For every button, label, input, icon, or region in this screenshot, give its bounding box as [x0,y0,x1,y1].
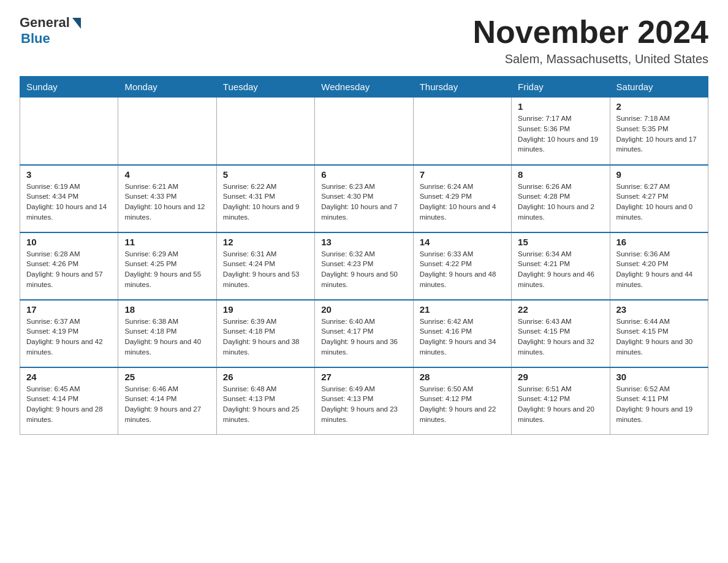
calendar-cell: 12Sunrise: 6:31 AMSunset: 4:24 PMDayligh… [216,232,314,300]
day-sun-info: Sunrise: 6:21 AMSunset: 4:33 PMDaylight:… [124,182,210,223]
day-number: 11 [124,237,210,247]
day-sun-info: Sunrise: 6:49 AMSunset: 4:13 PMDaylight:… [321,384,406,425]
day-number: 28 [420,372,505,382]
day-number: 16 [616,237,702,247]
calendar-cell: 17Sunrise: 6:37 AMSunset: 4:19 PMDayligh… [20,300,118,367]
calendar-table: SundayMondayTuesdayWednesdayThursdayFrid… [20,76,708,435]
day-number: 30 [616,372,702,382]
day-sun-info: Sunrise: 6:33 AMSunset: 4:22 PMDaylight:… [420,249,505,290]
day-number: 26 [223,372,308,382]
calendar-cell: 1Sunrise: 7:17 AMSunset: 5:36 PMDaylight… [512,98,610,165]
day-sun-info: Sunrise: 6:38 AMSunset: 4:18 PMDaylight:… [124,316,210,358]
day-sun-info: Sunrise: 6:43 AMSunset: 4:15 PMDaylight:… [518,316,603,358]
logo-arrow-icon [72,18,81,29]
day-number: 24 [26,372,112,382]
calendar-cell: 8Sunrise: 6:26 AMSunset: 4:28 PMDaylight… [512,165,610,232]
weekday-header-friday: Friday [512,77,610,98]
calendar-cell: 3Sunrise: 6:19 AMSunset: 4:34 PMDaylight… [20,165,118,232]
day-sun-info: Sunrise: 6:27 AMSunset: 4:27 PMDaylight:… [616,182,702,223]
weekday-header-saturday: Saturday [610,77,708,98]
day-sun-info: Sunrise: 6:22 AMSunset: 4:31 PMDaylight:… [223,182,308,223]
day-number: 3 [26,169,112,180]
weekday-header-tuesday: Tuesday [216,77,314,98]
calendar-cell [315,98,413,165]
day-number: 15 [518,237,603,247]
calendar-cell: 16Sunrise: 6:36 AMSunset: 4:20 PMDayligh… [610,232,708,300]
day-sun-info: Sunrise: 6:28 AMSunset: 4:26 PMDaylight:… [26,249,112,290]
day-number: 23 [616,304,702,315]
day-sun-info: Sunrise: 6:52 AMSunset: 4:11 PMDaylight:… [616,384,702,425]
day-number: 25 [124,372,210,382]
day-sun-info: Sunrise: 6:26 AMSunset: 4:28 PMDaylight:… [518,182,603,223]
day-number: 17 [26,304,112,315]
day-sun-info: Sunrise: 6:39 AMSunset: 4:18 PMDaylight:… [223,316,308,358]
day-number: 8 [518,169,603,180]
page-header: General Blue November 2024 Salem, Massac… [20,15,708,66]
day-number: 27 [321,372,406,382]
day-sun-info: Sunrise: 6:45 AMSunset: 4:14 PMDaylight:… [26,384,112,425]
day-sun-info: Sunrise: 6:36 AMSunset: 4:20 PMDaylight:… [616,249,702,290]
logo-general-text: General [20,15,70,31]
day-sun-info: Sunrise: 6:40 AMSunset: 4:17 PMDaylight:… [321,316,406,358]
month-title: November 2024 [473,15,708,50]
calendar-cell: 21Sunrise: 6:42 AMSunset: 4:16 PMDayligh… [413,300,511,367]
day-number: 12 [223,237,308,247]
calendar-cell: 20Sunrise: 6:40 AMSunset: 4:17 PMDayligh… [315,300,413,367]
calendar-cell: 6Sunrise: 6:23 AMSunset: 4:30 PMDaylight… [315,165,413,232]
weekday-header-sunday: Sunday [20,77,118,98]
calendar-cell: 14Sunrise: 6:33 AMSunset: 4:22 PMDayligh… [413,232,511,300]
day-number: 4 [124,169,210,180]
weekday-header-wednesday: Wednesday [315,77,413,98]
day-number: 18 [124,304,210,315]
calendar-cell: 23Sunrise: 6:44 AMSunset: 4:15 PMDayligh… [610,300,708,367]
calendar-week-row: 3Sunrise: 6:19 AMSunset: 4:34 PMDaylight… [20,165,708,232]
calendar-cell [20,98,118,165]
day-sun-info: Sunrise: 6:34 AMSunset: 4:21 PMDaylight:… [518,249,603,290]
day-number: 29 [518,372,603,382]
calendar-cell: 26Sunrise: 6:48 AMSunset: 4:13 PMDayligh… [216,367,314,435]
day-sun-info: Sunrise: 6:19 AMSunset: 4:34 PMDaylight:… [26,182,112,223]
calendar-cell: 9Sunrise: 6:27 AMSunset: 4:27 PMDaylight… [610,165,708,232]
calendar-cell: 29Sunrise: 6:51 AMSunset: 4:12 PMDayligh… [512,367,610,435]
day-sun-info: Sunrise: 6:48 AMSunset: 4:13 PMDaylight:… [223,384,308,425]
calendar-week-row: 10Sunrise: 6:28 AMSunset: 4:26 PMDayligh… [20,232,708,300]
day-number: 6 [321,169,406,180]
day-number: 21 [420,304,505,315]
day-number: 1 [518,101,603,112]
day-number: 9 [616,169,702,180]
day-number: 14 [420,237,505,247]
location-subtitle: Salem, Massachusetts, United States [473,52,708,66]
day-number: 7 [420,169,505,180]
calendar-cell [413,98,511,165]
calendar-cell: 28Sunrise: 6:50 AMSunset: 4:12 PMDayligh… [413,367,511,435]
day-sun-info: Sunrise: 6:29 AMSunset: 4:25 PMDaylight:… [124,249,210,290]
day-sun-info: Sunrise: 6:50 AMSunset: 4:12 PMDaylight:… [420,384,505,425]
weekday-header-row: SundayMondayTuesdayWednesdayThursdayFrid… [20,77,708,98]
logo-blue-text: Blue [21,31,50,47]
calendar-cell [118,98,216,165]
day-number: 22 [518,304,603,315]
calendar-cell: 2Sunrise: 7:18 AMSunset: 5:35 PMDaylight… [610,98,708,165]
calendar-cell: 27Sunrise: 6:49 AMSunset: 4:13 PMDayligh… [315,367,413,435]
calendar-cell: 10Sunrise: 6:28 AMSunset: 4:26 PMDayligh… [20,232,118,300]
calendar-week-row: 17Sunrise: 6:37 AMSunset: 4:19 PMDayligh… [20,300,708,367]
day-number: 5 [223,169,308,180]
weekday-header-thursday: Thursday [413,77,511,98]
calendar-cell [216,98,314,165]
calendar-week-row: 24Sunrise: 6:45 AMSunset: 4:14 PMDayligh… [20,367,708,435]
calendar-cell: 13Sunrise: 6:32 AMSunset: 4:23 PMDayligh… [315,232,413,300]
day-sun-info: Sunrise: 6:46 AMSunset: 4:14 PMDaylight:… [124,384,210,425]
title-section: November 2024 Salem, Massachusetts, Unit… [473,15,708,66]
day-sun-info: Sunrise: 7:17 AMSunset: 5:36 PMDaylight:… [518,113,603,155]
day-sun-info: Sunrise: 6:44 AMSunset: 4:15 PMDaylight:… [616,316,702,358]
day-sun-info: Sunrise: 6:32 AMSunset: 4:23 PMDaylight:… [321,249,406,290]
calendar-cell: 7Sunrise: 6:24 AMSunset: 4:29 PMDaylight… [413,165,511,232]
calendar-cell: 15Sunrise: 6:34 AMSunset: 4:21 PMDayligh… [512,232,610,300]
calendar-cell: 18Sunrise: 6:38 AMSunset: 4:18 PMDayligh… [118,300,216,367]
calendar-cell: 11Sunrise: 6:29 AMSunset: 4:25 PMDayligh… [118,232,216,300]
calendar-cell: 5Sunrise: 6:22 AMSunset: 4:31 PMDaylight… [216,165,314,232]
calendar-cell: 4Sunrise: 6:21 AMSunset: 4:33 PMDaylight… [118,165,216,232]
weekday-header-monday: Monday [118,77,216,98]
calendar-cell: 25Sunrise: 6:46 AMSunset: 4:14 PMDayligh… [118,367,216,435]
calendar-week-row: 1Sunrise: 7:17 AMSunset: 5:36 PMDaylight… [20,98,708,165]
